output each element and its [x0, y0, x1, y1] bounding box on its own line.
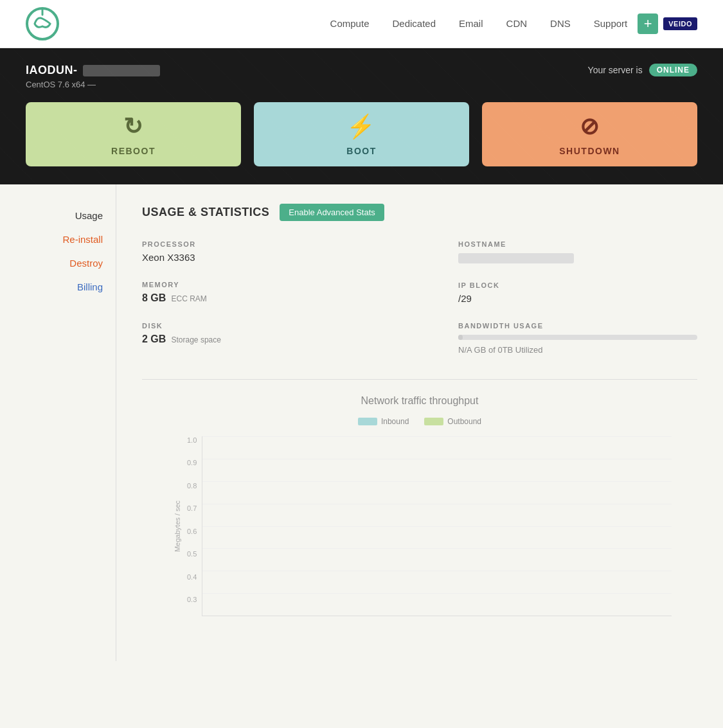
legend-outbound-color [424, 418, 443, 425]
logo-area [26, 7, 59, 40]
main-content: UsageRe-installDestroyBilling USAGE & ST… [0, 184, 723, 661]
stats-area: USAGE & STATISTICS Enable Advanced Stats… [116, 184, 723, 661]
legend-outbound: Outbound [424, 417, 481, 426]
y-axis-value: 1.0 [187, 436, 197, 444]
nav-item-support[interactable]: Support [594, 18, 628, 30]
reboot-icon: ↻ [123, 115, 144, 138]
nav-item-email[interactable]: Email [459, 18, 483, 30]
left-stats: PROCESSOR Xeon X3363 MEMORY 8 GB ECC RAM… [142, 240, 420, 373]
chart-grid [202, 436, 672, 616]
bandwidth-bar [458, 335, 697, 340]
hostname-value [458, 252, 697, 263]
sidebar-item-usage[interactable]: Usage [13, 204, 103, 227]
ip-block: IP BLOCK /29 [420, 281, 697, 322]
y-axis-value: 0.7 [187, 504, 197, 512]
nav-link-compute[interactable]: Compute [330, 18, 370, 29]
legend-inbound-color [358, 418, 377, 425]
divider [142, 379, 697, 380]
nav-item-cdn[interactable]: CDN [506, 18, 528, 30]
grid-line [202, 436, 672, 437]
logo-icon [26, 7, 59, 40]
bandwidth-text: N/A GB of 0TB Utilized [458, 345, 697, 355]
sidebar-item-destroy[interactable]: Destroy [13, 251, 103, 275]
processor-value: Xeon X3363 [142, 252, 420, 263]
hostname-block: HOSTNAME [420, 240, 697, 281]
legend-inbound: Inbound [358, 417, 409, 426]
y-axis-label: Megabytes / sec [174, 501, 181, 552]
vendor-badge: VEIDO [663, 17, 697, 30]
nav-link-dns[interactable]: DNS [550, 18, 571, 29]
disk-value: 2 GB Storage space [142, 333, 420, 345]
grid-line [202, 526, 672, 527]
y-axis-value: 0.5 [187, 550, 197, 558]
header: ComputeDedicatedEmailCDNDNSSupport + VEI… [0, 0, 723, 48]
server-hero: IAODUN- CentOS 7.6 x64 — Your server is … [0, 48, 723, 184]
shutdown-icon: ⊘ [580, 115, 600, 138]
disk-block: DISK 2 GB Storage space [142, 322, 420, 363]
add-button[interactable]: + [638, 13, 658, 34]
server-name: IAODUN- [26, 64, 160, 77]
ip-block-value: /29 [458, 293, 697, 304]
chart-title: Network traffic throughput [168, 395, 672, 407]
grid-line [202, 593, 672, 594]
bandwidth-block: BANDWIDTH USAGE N/A GB of 0TB Utilized [420, 322, 697, 373]
sidebar-item-billing[interactable]: Billing [13, 275, 103, 299]
stats-grid: PROCESSOR Xeon X3363 MEMORY 8 GB ECC RAM… [142, 240, 697, 373]
disk-label: DISK [142, 322, 420, 330]
grid-line [202, 481, 672, 482]
server-os: CentOS 7.6 x64 — [26, 80, 160, 89]
grid-line [202, 504, 672, 504]
sidebar: UsageRe-installDestroyBilling [0, 184, 116, 661]
boot-icon: ⚡ [346, 115, 377, 138]
nav-item-compute[interactable]: Compute [330, 18, 370, 30]
nav-item-dns[interactable]: DNS [550, 18, 571, 30]
stats-header: USAGE & STATISTICS Enable Advanced Stats [142, 204, 697, 221]
nav-item-dedicated[interactable]: Dedicated [392, 18, 436, 30]
hostname-label: HOSTNAME [458, 240, 697, 248]
boot-label: BOOT [346, 146, 376, 156]
y-axis-value: 0.8 [187, 482, 197, 490]
shutdown-label: SHUTDOWN [559, 146, 620, 156]
status-label: Your server is [588, 65, 643, 75]
main-nav: ComputeDedicatedEmailCDNDNSSupport [330, 18, 628, 30]
nav-link-cdn[interactable]: CDN [506, 18, 528, 29]
grid-line [202, 571, 672, 571]
chart-legend: Inbound Outbound [168, 417, 672, 426]
nav-link-support[interactable]: Support [594, 18, 628, 29]
nav-link-email[interactable]: Email [459, 18, 483, 29]
bandwidth-label: BANDWIDTH USAGE [458, 322, 697, 330]
processor-block: PROCESSOR Xeon X3363 [142, 240, 420, 281]
server-hero-top: IAODUN- CentOS 7.6 x64 — Your server is … [26, 64, 697, 89]
y-axis: 1.00.90.80.70.60.50.40.3 [187, 436, 202, 616]
legend-outbound-label: Outbound [447, 417, 481, 426]
memory-value: 8 GB ECC RAM [142, 292, 420, 304]
right-stats: HOSTNAME IP BLOCK /29 BANDWIDTH USAGE N/… [420, 240, 697, 373]
stats-title: USAGE & STATISTICS [142, 206, 269, 219]
ip-block-label: IP BLOCK [458, 281, 697, 289]
chart-wrapper: Megabytes / sec 1.00.90.80.70.60.50.40.3 [168, 436, 672, 616]
bandwidth-bar-fill [458, 335, 463, 340]
processor-label: PROCESSOR [142, 240, 420, 248]
reboot-button[interactable]: ↻REBOOT [26, 102, 241, 166]
grid-line [202, 616, 672, 616]
chart-area [202, 436, 672, 616]
hostname-blur [458, 253, 574, 263]
chart-section: Network traffic throughput Inbound Outbo… [142, 395, 697, 642]
y-axis-value: 0.9 [187, 459, 197, 466]
y-axis-value: 0.6 [187, 528, 197, 535]
memory-label: MEMORY [142, 281, 420, 289]
enable-advanced-stats-button[interactable]: Enable Advanced Stats [280, 204, 384, 221]
server-name-blur [83, 65, 160, 76]
y-axis-label-wrapper: Megabytes / sec [168, 436, 187, 616]
reboot-label: REBOOT [111, 146, 156, 156]
sidebar-item-reinstall[interactable]: Re-install [13, 227, 103, 251]
memory-block: MEMORY 8 GB ECC RAM [142, 281, 420, 322]
nav-link-dedicated[interactable]: Dedicated [392, 18, 436, 29]
server-info: IAODUN- CentOS 7.6 x64 — [26, 64, 160, 89]
online-badge: ONLINE [649, 64, 697, 76]
boot-button[interactable]: ⚡BOOT [254, 102, 469, 166]
shutdown-button[interactable]: ⊘SHUTDOWN [482, 102, 697, 166]
grid-line [202, 459, 672, 459]
legend-inbound-label: Inbound [381, 417, 409, 426]
y-axis-value: 0.4 [187, 573, 197, 581]
